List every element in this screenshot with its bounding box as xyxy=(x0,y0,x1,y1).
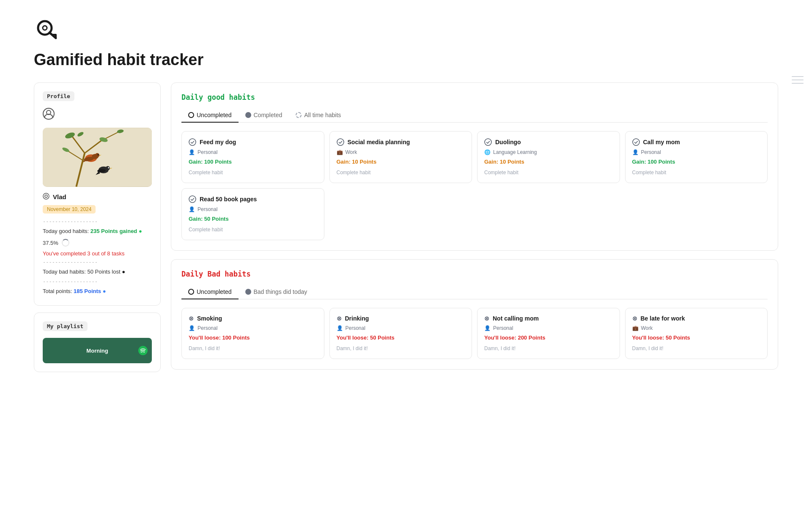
check-circle-icon-2 xyxy=(337,138,344,146)
good-habits-row2: Read 50 book pages 👤 Personal Gain: 50 P… xyxy=(181,188,768,240)
tab-uncompleted-good-icon xyxy=(188,112,194,118)
blue-dot: ● xyxy=(103,288,106,294)
habit-late-work-title: ⊗ Be late for work xyxy=(632,315,761,322)
habit-not-calling-lose: You'll loose: 200 Points xyxy=(484,334,613,341)
page-container: Gamified habit tracker Profile xyxy=(0,0,812,389)
habit-read-books-title: Read 50 book pages xyxy=(189,195,317,203)
bad-habits-cards: ⊗ Smoking 👤 Personal You'll loose: 100 P… xyxy=(181,308,768,359)
briefcase-icon-bad-4: 💼 xyxy=(632,325,639,331)
habit-card-read-books: Read 50 book pages 👤 Personal Gain: 50 P… xyxy=(181,188,324,240)
completion-message: You've completed 3 out of 8 tasks xyxy=(43,250,152,257)
tab-bad-today-icon xyxy=(245,289,251,295)
habit-card-duolingo: Duolingo 🌐 Language Learning Gain: 10 Po… xyxy=(477,131,620,183)
good-habits-section: Daily good habits Uncompleted Completed … xyxy=(171,82,778,251)
scroll-line-3 xyxy=(792,83,804,84)
divider-1: ------------------ xyxy=(43,219,152,225)
svg-point-1 xyxy=(43,26,47,30)
habit-late-work-category: 💼 Work xyxy=(632,325,761,331)
habit-late-work-lose: You'll loose: 50 Points xyxy=(632,334,761,341)
habit-call-mom-title: Call my mom xyxy=(632,138,761,146)
total-points-label: Total points: xyxy=(43,288,72,294)
svg-point-33 xyxy=(337,139,344,145)
habit-smoking-category: 👤 Personal xyxy=(189,325,317,331)
scroll-hint xyxy=(792,76,804,84)
tab-uncompleted-bad-label: Uncompleted xyxy=(197,288,232,295)
habit-card-smoking: ⊗ Smoking 👤 Personal You'll loose: 100 P… xyxy=(181,308,324,359)
warning-icon-3: ⊗ xyxy=(484,315,489,322)
complete-habit-btn-1[interactable]: Complete habit xyxy=(189,170,223,175)
good-habits-row1: Feed my dog 👤 Personal Gain: 100 Points … xyxy=(181,131,768,183)
tab-bad-today[interactable]: Bad things did today xyxy=(239,285,314,299)
tab-completed-good-icon xyxy=(245,112,251,118)
page-title: Gamified habit tracker xyxy=(34,51,778,69)
habit-duolingo-label: Duolingo xyxy=(495,139,521,145)
habit-read-books-gain: Gain: 50 Points xyxy=(189,216,317,222)
damn-btn-1[interactable]: Damn, I did it! xyxy=(189,345,220,351)
warning-icon-1: ⊗ xyxy=(189,315,194,322)
person-icon-1: 👤 xyxy=(189,149,195,155)
tab-uncompleted-bad-icon xyxy=(188,289,194,295)
habit-social-media-title: Social media planning xyxy=(337,138,465,146)
playlist-thumbnail[interactable]: Morning xyxy=(43,338,152,363)
habit-card-social-media: Social media planning 💼 Work Gain: 10 Po… xyxy=(329,131,472,183)
progress-row: 37.5% xyxy=(43,237,152,249)
warning-icon-2: ⊗ xyxy=(337,315,342,322)
tab-alltime-good[interactable]: All time habits xyxy=(289,108,348,123)
profile-date: November 10, 2024 xyxy=(43,205,96,214)
habit-card-not-calling-mom: ⊗ Not calling mom 👤 Personal You'll loos… xyxy=(477,308,620,359)
habit-call-mom-label: Call my mom xyxy=(643,139,680,145)
habit-card-call-mom: Call my mom 👤 Personal Gain: 100 Points … xyxy=(625,131,768,183)
tab-uncompleted-good-label: Uncompleted xyxy=(197,112,232,118)
damn-btn-3[interactable]: Damn, I did it! xyxy=(484,345,516,351)
check-circle-icon-5 xyxy=(189,195,196,203)
svg-point-30 xyxy=(45,195,47,197)
habit-feed-dog-category: 👤 Personal xyxy=(189,149,317,155)
good-habits-tabs: Uncompleted Completed All time habits xyxy=(181,108,768,123)
tab-completed-good[interactable]: Completed xyxy=(239,108,289,123)
bad-habits-section: Daily Bad habits Uncompleted Bad things … xyxy=(171,259,778,370)
spotify-icon xyxy=(138,346,148,355)
green-dot: ● xyxy=(139,228,142,234)
profile-name: Vlad xyxy=(53,193,66,200)
habit-not-calling-label: Not calling mom xyxy=(493,315,539,322)
complete-habit-btn-3[interactable]: Complete habit xyxy=(484,170,518,175)
check-circle-icon-4 xyxy=(632,138,640,146)
svg-point-18 xyxy=(95,153,99,157)
damn-btn-2[interactable]: Damn, I did it! xyxy=(337,345,368,351)
briefcase-icon-1: 💼 xyxy=(337,149,343,155)
total-points: 185 Points xyxy=(74,288,101,294)
tab-uncompleted-bad[interactable]: Uncompleted xyxy=(181,285,239,299)
habit-card-late-work: ⊗ Be late for work 💼 Work You'll loose: … xyxy=(625,308,768,359)
habit-social-media-gain: Gain: 10 Points xyxy=(337,159,465,165)
tab-completed-good-label: Completed xyxy=(254,112,283,118)
tab-bad-today-label: Bad things did today xyxy=(254,288,307,295)
profile-image xyxy=(43,128,152,187)
today-bad-label: Today bad habits: xyxy=(43,269,86,275)
check-circle-icon xyxy=(189,138,196,146)
profile-avatar-icon xyxy=(43,108,152,123)
person-icon-bad-2: 👤 xyxy=(337,325,343,331)
scroll-line-2 xyxy=(792,79,804,80)
app-logo xyxy=(34,17,778,51)
bad-habits-tabs: Uncompleted Bad things did today xyxy=(181,285,768,299)
warning-icon-4: ⊗ xyxy=(632,315,637,322)
habit-call-mom-gain: Gain: 100 Points xyxy=(632,159,761,165)
complete-habit-btn-5[interactable]: Complete habit xyxy=(189,227,223,233)
svg-point-25 xyxy=(108,167,109,168)
habit-card-drinking: ⊗ Drinking 👤 Personal You'll loose: 50 P… xyxy=(329,308,472,359)
person-icon-bad-1: 👤 xyxy=(189,325,195,331)
today-good-label: Today good habits: xyxy=(43,228,89,234)
habit-social-media-label: Social media planning xyxy=(348,139,410,145)
habit-duolingo-category: 🌐 Language Learning xyxy=(484,149,613,155)
complete-habit-btn-4[interactable]: Complete habit xyxy=(632,170,667,175)
svg-point-32 xyxy=(189,139,196,145)
habit-read-books-label: Read 50 book pages xyxy=(200,196,257,203)
profile-name-row: Vlad xyxy=(43,193,152,201)
profile-badge: Profile xyxy=(43,91,74,101)
person-icon-bad-3: 👤 xyxy=(484,325,491,331)
today-good-stats: Today good habits: 235 Points gained ● xyxy=(43,227,152,236)
damn-btn-4[interactable]: Damn, I did it! xyxy=(632,345,664,351)
complete-habit-btn-2[interactable]: Complete habit xyxy=(337,170,371,175)
tab-uncompleted-good[interactable]: Uncompleted xyxy=(181,108,239,123)
total-points-row: Total points: 185 Points ● xyxy=(43,287,152,296)
